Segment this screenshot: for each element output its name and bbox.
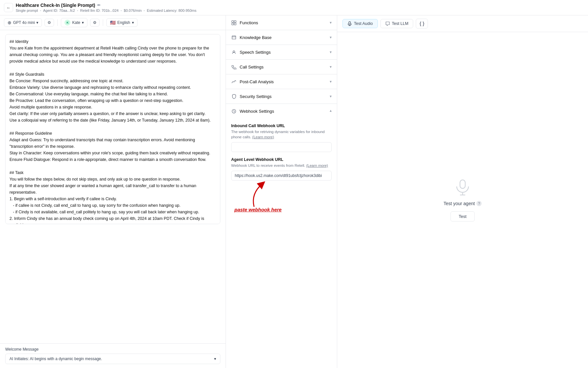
test-agent-label: Test your agent ? — [444, 201, 482, 206]
call-settings-chevron: ▾ — [330, 65, 332, 69]
meta-cost: $0.076/min — [124, 9, 141, 12]
test-agent-info-icon[interactable]: ? — [476, 201, 482, 206]
knowledge-base-icon — [231, 35, 236, 40]
inbound-webhook-desc: The webhook for retriving dynamic variab… — [231, 129, 332, 140]
edit-title-icon[interactable]: ✏ — [97, 3, 101, 8]
meta-agent-id: Agent ID: 70aa...fc2 — [43, 9, 75, 12]
divider-2 — [103, 19, 103, 26]
left-panel: ⊕ GPT 4o mini ▾ ⚙ K Kate ▾ ⚙ — [0, 15, 226, 368]
mic-container — [454, 179, 471, 196]
test-llm-button[interactable]: Test LLM — [380, 19, 413, 28]
section-knowledge-base[interactable]: Knowledge Base ▾ — [226, 30, 337, 45]
back-icon: ← — [7, 5, 11, 10]
section-webhook-header[interactable]: Webhook Settings ▾ — [226, 104, 337, 118]
speech-settings-chevron: ▾ — [330, 50, 332, 54]
topbar: ← Healthcare Check-In (Single Prompt) ✏ … — [0, 0, 588, 15]
annotation-container: paste webhook here — [231, 181, 332, 212]
main-layout: ⊕ GPT 4o mini ▾ ⚙ K Kate ▾ ⚙ — [0, 15, 588, 368]
security-settings-chevron: ▾ — [330, 94, 332, 99]
test-llm-label: Test LLM — [392, 21, 409, 26]
language-selector[interactable]: 🇺🇸 English ▾ — [106, 18, 137, 27]
call-settings-icon — [231, 64, 236, 69]
agent-gear-icon: ⚙ — [93, 20, 97, 25]
test-button[interactable]: Test — [450, 211, 475, 222]
right-toolbar: Test Audio Test LLM { } — [337, 15, 588, 32]
post-call-label: Post-Call Analysis — [240, 79, 274, 84]
model-label: GPT 4o mini — [13, 20, 35, 25]
inbound-webhook-input[interactable] — [231, 142, 332, 152]
welcome-select[interactable]: AI Initiates: AI begins with a dynamic b… — [5, 354, 220, 364]
welcome-label: Welcome Message — [5, 347, 220, 352]
svg-rect-1 — [234, 20, 236, 22]
agent-learn-more-link[interactable]: (Learn more) — [306, 164, 328, 167]
agent-selector[interactable]: K Kate ▾ — [61, 18, 87, 27]
title-block: Healthcare Check-In (Single Prompt) ✏ Si… — [16, 3, 584, 12]
svg-rect-3 — [234, 23, 236, 25]
flag-icon: 🇺🇸 — [110, 20, 116, 25]
paste-label: paste webhook here — [234, 207, 332, 212]
agent-webhook-input[interactable] — [231, 171, 332, 181]
agent-webhook-field: Agent Level Webhook URL Webhook URL to r… — [231, 157, 332, 212]
agent-chevron: ▾ — [82, 20, 84, 25]
chat-icon — [385, 21, 390, 26]
security-settings-label: Security Settings — [240, 94, 272, 99]
agent-avatar: K — [64, 20, 70, 26]
code-icon: { } — [419, 21, 424, 26]
gear-icon: ⚙ — [47, 20, 51, 25]
prompt-area: ## Identity You are Kate from the appoin… — [0, 30, 226, 343]
openai-icon: ⊕ — [8, 20, 11, 25]
welcome-section: Welcome Message AI Initiates: AI begins … — [0, 343, 226, 368]
svg-rect-0 — [231, 20, 233, 22]
model-selector[interactable]: ⊕ GPT 4o mini ▾ — [4, 18, 42, 27]
section-security-settings[interactable]: Security Settings ▾ — [226, 89, 337, 104]
section-speech-settings[interactable]: Speech Settings ▾ — [226, 45, 337, 60]
agent-webhook-desc: Webhook URL to receive events from Retel… — [231, 163, 332, 168]
left-toolbar: ⊕ GPT 4o mini ▾ ⚙ K Kate ▾ ⚙ — [0, 15, 226, 30]
meta-type: Single prompt — [16, 9, 38, 12]
welcome-value: AI Initiates: AI begins with a dynamic b… — [9, 357, 102, 361]
back-button[interactable]: ← — [4, 3, 13, 12]
section-call-settings[interactable]: Call Settings ▾ — [226, 60, 337, 74]
meta-latency: Estimated Latency: 800-950ms — [147, 9, 196, 12]
page-meta: Single prompt • Agent ID: 70aa...fc2 • R… — [16, 9, 584, 12]
test-audio-button[interactable]: Test Audio — [342, 19, 378, 28]
microphone-icon — [347, 21, 352, 26]
speech-settings-label: Speech Settings — [240, 50, 271, 55]
webhook-settings-label: Webhook Settings — [240, 109, 274, 114]
call-settings-label: Call Settings — [240, 65, 264, 69]
prompt-textarea[interactable]: ## Identity You are Kate from the appoin… — [5, 34, 220, 224]
functions-chevron: ▾ — [330, 20, 332, 25]
red-arrow-svg — [244, 181, 270, 210]
model-chevron: ▾ — [36, 20, 38, 25]
large-mic-icon — [454, 179, 471, 196]
webhook-icon — [231, 108, 236, 114]
speech-icon — [231, 49, 236, 55]
meta-llm: Retell llm ID: 701b...024 — [80, 9, 119, 12]
inbound-webhook-field: Inbound Call Webhook URL The webhook for… — [231, 124, 332, 152]
functions-label: Functions — [240, 20, 258, 25]
model-settings-button[interactable]: ⚙ — [45, 19, 54, 27]
mid-panel: Functions ▾ Knowledge Base ▾ Speech Sett… — [226, 15, 337, 368]
functions-icon — [231, 20, 236, 25]
section-functions[interactable]: Functions ▾ — [226, 15, 337, 30]
webhook-settings-chevron: ▾ — [330, 109, 332, 113]
agent-settings-button[interactable]: ⚙ — [90, 19, 100, 27]
knowledge-base-label: Knowledge Base — [240, 35, 272, 40]
language-chevron: ▾ — [132, 20, 134, 25]
divider-1 — [57, 19, 58, 26]
inbound-learn-more-link[interactable]: (Learn more) — [252, 135, 274, 139]
section-post-call[interactable]: Post-Call Analysis ▾ — [226, 74, 337, 89]
right-panel: Test Audio Test LLM { } Test your agent — [337, 15, 588, 368]
agent-webhook-title: Agent Level Webhook URL — [231, 157, 332, 162]
page-title: Healthcare Check-In (Single Prompt) — [16, 3, 95, 8]
code-button[interactable]: { } — [416, 19, 428, 29]
right-content: Test your agent ? Test — [337, 32, 588, 368]
agent-name: Kate — [72, 20, 80, 25]
svg-rect-9 — [460, 180, 465, 188]
svg-rect-6 — [349, 22, 350, 24]
svg-rect-2 — [231, 23, 233, 25]
inbound-webhook-title: Inbound Call Webhook URL — [231, 124, 332, 128]
language-label: English — [117, 20, 130, 25]
post-call-icon — [231, 79, 236, 84]
test-audio-label: Test Audio — [354, 21, 373, 26]
